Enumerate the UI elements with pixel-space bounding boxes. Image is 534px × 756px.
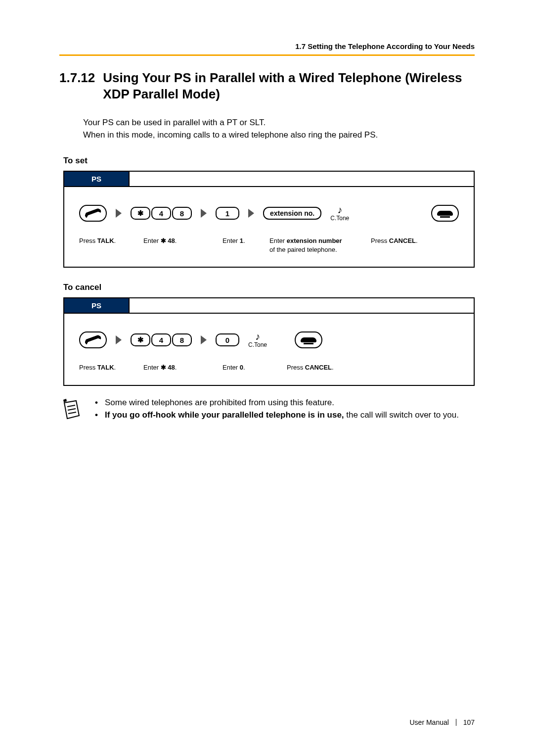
cancel-icon [431,205,459,222]
key-star: ✱ [131,207,150,220]
t: . [175,237,177,244]
key-4: 4 [151,207,171,220]
page-footer: User Manual 107 [59,709,475,726]
intro-line: Your PS can be used in parallel with a P… [83,117,475,129]
ctone: ♪ C.Tone [330,205,349,222]
device-tab-ps: PS [64,298,130,314]
footer-separator [456,719,456,726]
key-group-1: 1 [216,207,239,220]
ctone-icon: ♪ [337,205,342,215]
tab-filler [130,298,474,314]
key-group-star48: ✱ 4 8 [131,207,192,220]
key-1: 1 [216,207,239,220]
t: . [332,364,334,371]
t: Press [79,237,97,244]
t: Press [371,237,389,244]
step-label-0: Enter 0. [222,363,287,372]
note-item: If you go off-hook while your parallelle… [95,409,475,422]
t: CANCEL [305,364,332,371]
t: Press [287,364,305,371]
ctone-icon: ♪ [255,331,260,341]
section-heading: Using Your PS in Parallel with a Wired T… [103,70,475,102]
t: . [243,237,245,244]
t: ✱ 48 [161,364,175,371]
section-title: 1.7.12 Using Your PS in Parallel with a … [59,70,475,102]
intro-line: When in this mode, incoming calls to a w… [83,129,475,142]
document-page: 1.7 Setting the Telephone According to Y… [0,0,534,756]
t: of the paired telephone. [269,246,337,253]
intro-paragraph: Your PS can be used in parallel with a P… [83,117,475,141]
arrow-icon [201,335,207,344]
step-label-1: Enter 1. [222,236,269,254]
t: Enter [222,364,240,371]
step-label-cancel: Press CANCEL. [371,236,459,254]
step-label-ext: Enter extension number of the paired tel… [269,236,371,254]
step-label-code: Enter ✱ 48. [143,236,222,254]
arrow-icon [201,209,207,218]
extension-no-bubble: extension no. [263,207,321,220]
key-group-0: 0 [216,333,239,346]
section-number: 1.7.12 [59,70,95,102]
t: 1 [240,237,243,244]
t: . [175,364,177,371]
page-number: 107 [463,718,475,726]
talk-icon [79,205,107,222]
ctone: ♪ C.Tone [248,331,267,348]
key-group-star48: ✱ 4 8 [131,333,192,346]
t: TALK [97,237,114,244]
t: . [114,237,116,244]
t: Press [79,364,97,371]
t: the call will switch over to you. [344,410,459,420]
t: Enter [269,237,287,244]
key-8: 8 [172,207,192,220]
key-4: 4 [151,333,171,346]
ctone-label: C.Tone [248,341,267,348]
t: TALK [97,364,114,371]
running-header: 1.7 Setting the Telephone According to Y… [59,42,475,56]
key-8: 8 [172,333,192,346]
key-star: ✱ [131,333,150,346]
key-0: 0 [216,333,239,346]
t: . [416,237,418,244]
t: Some wired telephones are prohibited fro… [105,397,334,409]
footer-label: User Manual [409,718,448,726]
step-label-talk: Press TALK. [79,363,143,372]
arrow-icon [116,335,122,344]
tab-filler [130,172,474,187]
arrow-icon [248,209,254,218]
step-label-talk: Press TALK. [79,236,143,254]
t: Enter [143,364,161,371]
arrow-icon [116,209,122,218]
t: ✱ 48 [161,237,175,244]
notepad-icon [59,397,83,423]
t: extension number [287,237,342,244]
cancel-icon [295,331,322,348]
notes: Some wired telephones are prohibited fro… [59,397,475,423]
t: . [114,364,116,371]
note-item: Some wired telephones are prohibited fro… [95,397,475,409]
talk-icon [79,331,107,348]
subhead-to-set: To set [63,156,475,166]
step-label-code: Enter ✱ 48. [143,363,222,372]
t: CANCEL [389,237,416,244]
t: . [243,364,245,371]
t: If you go off-hook while your parallelle… [105,410,344,420]
t: Enter [222,237,240,244]
ctone-label: C.Tone [330,215,349,222]
device-tab-ps: PS [64,172,130,187]
t: 0 [240,364,243,371]
subhead-to-cancel: To cancel [63,283,475,292]
step-label-cancel: Press CANCEL. [287,363,334,372]
procedure-box-set: PS ✱ 4 8 1 extension no. ♪ [63,171,475,268]
t: Enter [143,237,161,244]
procedure-box-cancel: PS ✱ 4 8 0 ♪ C.Tone [63,297,475,386]
